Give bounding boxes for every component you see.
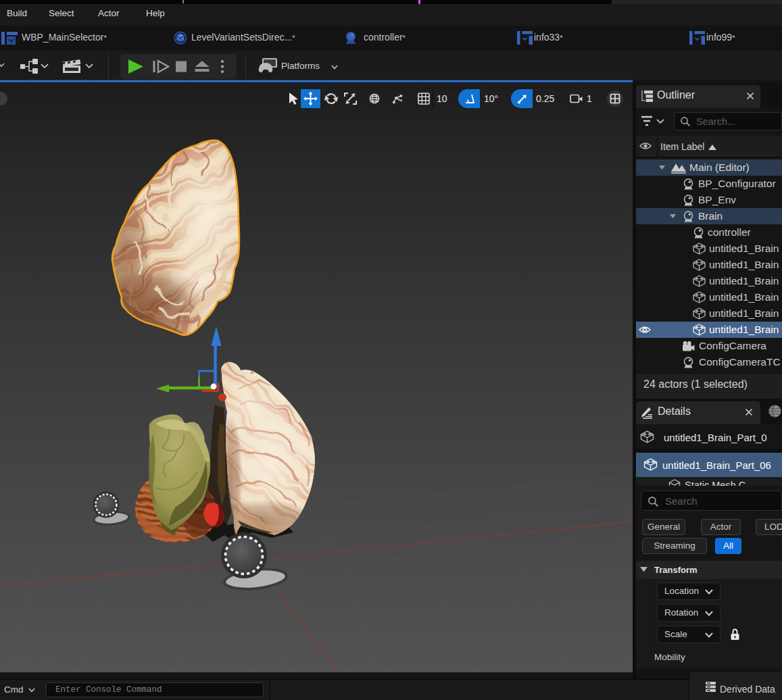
svg-text:untitled1_Brain: untitled1_Brain xyxy=(709,324,779,335)
svg-text:ConfigCamera: ConfigCamera xyxy=(699,340,766,351)
svg-text:Brain: Brain xyxy=(698,210,723,222)
svg-text:controller: controller xyxy=(708,226,751,238)
svg-text:BP_Configurator: BP_Configurator xyxy=(698,178,776,189)
svg-text:untitled1_Brain: untitled1_Brain xyxy=(709,307,779,319)
svg-text:untitled1_Brain: untitled1_Brain xyxy=(709,259,779,270)
svg-text:untitled1_Brain: untitled1_Brain xyxy=(709,243,779,254)
svg-text:Main (Editor): Main (Editor) xyxy=(689,161,750,173)
svg-text:untitled1_Brain: untitled1_Brain xyxy=(709,275,779,286)
svg-text:ConfigCameraTC: ConfigCameraTC xyxy=(699,356,781,368)
svg-text:untitled1_Brain: untitled1_Brain xyxy=(709,291,779,303)
svg-text:BP_Env: BP_Env xyxy=(698,194,736,205)
